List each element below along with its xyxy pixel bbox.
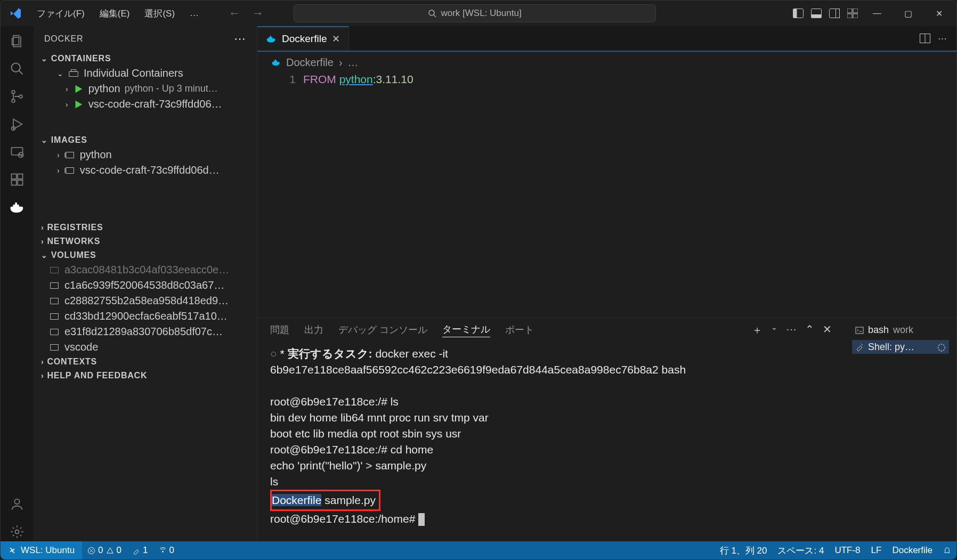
container-item[interactable]: › vsc-code-craft-73c9ffdd06… bbox=[34, 96, 257, 112]
section-contexts[interactable]: ›CONTEXTS bbox=[34, 355, 257, 369]
menu-more[interactable]: … bbox=[184, 6, 204, 21]
sidebar-more-icon[interactable]: ⋯ bbox=[234, 32, 246, 46]
menu-selection[interactable]: 選択(S) bbox=[139, 5, 180, 22]
section-containers[interactable]: ⌄CONTAINERS bbox=[34, 52, 257, 66]
svg-point-15 bbox=[12, 99, 15, 102]
section-registries[interactable]: ›REGISTRIES bbox=[34, 221, 257, 234]
volume-icon bbox=[48, 326, 60, 338]
layout-panel-icon[interactable] bbox=[810, 7, 822, 19]
svg-rect-5 bbox=[812, 14, 822, 18]
menu-edit[interactable]: 編集(E) bbox=[94, 5, 135, 22]
svg-rect-10 bbox=[847, 14, 852, 18]
nav-forward[interactable]: → bbox=[248, 5, 268, 21]
terminal-item-shell[interactable]: Shell: py… ◌ bbox=[852, 340, 949, 354]
editor-tabs: Dockerfile ✕ ⋯ bbox=[257, 26, 956, 52]
volume-item[interactable]: c1a6c939f520064538d8c03a67… bbox=[34, 278, 257, 293]
accounts-icon[interactable] bbox=[7, 494, 27, 514]
tab-terminal[interactable]: ターミナル bbox=[442, 323, 490, 337]
editor-more-icon[interactable]: ⋯ bbox=[938, 33, 947, 44]
tab-problems[interactable]: 問題 bbox=[270, 323, 289, 336]
run-debug-icon[interactable] bbox=[7, 115, 27, 134]
tab-close-icon[interactable]: ✕ bbox=[332, 33, 340, 45]
status-language[interactable]: Dockerfile bbox=[887, 545, 938, 556]
tools-icon bbox=[855, 343, 864, 351]
tab-debug-console[interactable]: デバッグ コンソール bbox=[338, 323, 427, 336]
status-cursor[interactable]: 行 1、列 20 bbox=[715, 545, 773, 557]
status-eol[interactable]: LF bbox=[866, 545, 887, 556]
code-line[interactable]: FROM python:3.11.10 bbox=[303, 73, 413, 86]
svg-point-43 bbox=[162, 550, 164, 552]
panel-tabs: 問題 出力 デバッグ コンソール ターミナル ポート ＋ ⌄ ⋯ ⌃ ✕ bbox=[257, 318, 845, 342]
status-problems[interactable]: 0 0 bbox=[82, 545, 127, 556]
svg-rect-31 bbox=[66, 167, 74, 173]
volume-item[interactable]: vscode bbox=[34, 339, 257, 355]
volume-item[interactable]: c28882755b2a58ea958d418ed9… bbox=[34, 293, 257, 309]
panel-close-icon[interactable]: ✕ bbox=[823, 323, 832, 337]
tab-dockerfile[interactable]: Dockerfile ✕ bbox=[257, 26, 349, 51]
antenna-icon bbox=[159, 547, 167, 555]
nav-back[interactable]: ← bbox=[224, 5, 245, 21]
editor[interactable]: 1 FROM python:3.11.10 bbox=[257, 73, 956, 86]
settings-gear-icon[interactable] bbox=[7, 522, 27, 541]
terminal-dropdown-icon[interactable]: ⌄ bbox=[771, 323, 777, 337]
window-close[interactable]: ✕ bbox=[927, 9, 951, 19]
menu-file[interactable]: ファイル(F) bbox=[31, 5, 90, 22]
svg-rect-18 bbox=[12, 148, 23, 155]
layout-sidebar-right-icon[interactable] bbox=[829, 7, 840, 19]
svg-rect-21 bbox=[12, 174, 17, 179]
svg-line-1 bbox=[434, 15, 436, 17]
source-control-icon[interactable] bbox=[7, 87, 27, 106]
image-item[interactable]: › vsc-code-craft-73c9ffdd06d… bbox=[34, 163, 257, 178]
status-forward[interactable]: 0 bbox=[153, 545, 180, 556]
window-minimize[interactable]: — bbox=[865, 9, 889, 18]
layout-sidebar-left-icon[interactable] bbox=[792, 7, 804, 19]
breadcrumb[interactable]: Dockerfile›… bbox=[257, 52, 956, 73]
svg-rect-41 bbox=[856, 327, 863, 334]
tools-icon bbox=[132, 547, 140, 555]
volume-item[interactable]: cd33bd12900ecfac6eabf517a10… bbox=[34, 309, 257, 324]
containers-group[interactable]: ⌄ Individual Containers bbox=[34, 66, 257, 81]
svg-point-16 bbox=[19, 95, 22, 98]
window-maximize[interactable]: ▢ bbox=[896, 9, 920, 19]
command-center[interactable]: work [WSL: Ubuntu] bbox=[294, 4, 656, 22]
tab-output[interactable]: 出力 bbox=[304, 323, 323, 336]
container-item[interactable]: › python python - Up 3 minut… bbox=[34, 81, 257, 96]
svg-rect-37 bbox=[51, 329, 59, 335]
docker-icon[interactable] bbox=[7, 198, 27, 217]
status-ports[interactable]: 1 bbox=[127, 545, 153, 556]
tab-ports[interactable]: ポート bbox=[505, 323, 534, 336]
split-editor-icon[interactable] bbox=[920, 34, 930, 43]
status-indent[interactable]: スペース: 4 bbox=[772, 545, 829, 557]
terminal-cursor bbox=[418, 513, 425, 526]
svg-rect-36 bbox=[51, 313, 59, 319]
panel-maximize-icon[interactable]: ⌃ bbox=[805, 323, 814, 337]
section-images[interactable]: ⌄IMAGES bbox=[34, 133, 257, 147]
terminal-icon bbox=[855, 326, 864, 335]
terminal-item-bash[interactable]: bash work bbox=[852, 323, 949, 337]
new-terminal-icon[interactable]: ＋ bbox=[752, 323, 763, 337]
section-help[interactable]: ›HELP AND FEEDBACK bbox=[34, 369, 257, 383]
terminal[interactable]: ○ * 実行するタスク: docker exec -it 6b9e17e118c… bbox=[257, 342, 845, 541]
highlight-box: Dockerfile sample.py bbox=[270, 490, 380, 511]
volume-item[interactable]: a3cac08481b3c04af033eeacc0e… bbox=[34, 262, 257, 278]
terminal-more-icon[interactable]: ⋯ bbox=[786, 323, 797, 337]
search-icon[interactable] bbox=[7, 59, 27, 78]
titlebar: ファイル(F) 編集(E) 選択(S) … ← → work [WSL: Ubu… bbox=[1, 1, 956, 26]
svg-rect-30 bbox=[65, 153, 66, 157]
image-item[interactable]: › python bbox=[34, 147, 257, 163]
status-encoding[interactable]: UTF-8 bbox=[829, 545, 865, 556]
search-icon bbox=[428, 9, 436, 18]
section-networks[interactable]: ›NETWORKS bbox=[34, 234, 257, 248]
remote-explorer-icon[interactable] bbox=[7, 142, 27, 161]
volume-icon bbox=[48, 280, 60, 291]
extensions-icon[interactable] bbox=[7, 170, 27, 189]
svg-rect-11 bbox=[853, 14, 858, 18]
customize-layout-icon[interactable] bbox=[847, 7, 858, 19]
status-notifications[interactable] bbox=[938, 547, 956, 555]
bell-icon bbox=[943, 547, 951, 555]
volume-item[interactable]: e31f8d21289a830706b85df07c… bbox=[34, 324, 257, 339]
remote-indicator[interactable]: WSL: Ubuntu bbox=[1, 541, 82, 559]
status-bar: WSL: Ubuntu 0 0 1 0 行 1、列 20 スペース: 4 UTF… bbox=[1, 541, 956, 559]
explorer-icon[interactable] bbox=[7, 31, 27, 51]
section-volumes[interactable]: ⌄VOLUMES bbox=[34, 248, 257, 262]
